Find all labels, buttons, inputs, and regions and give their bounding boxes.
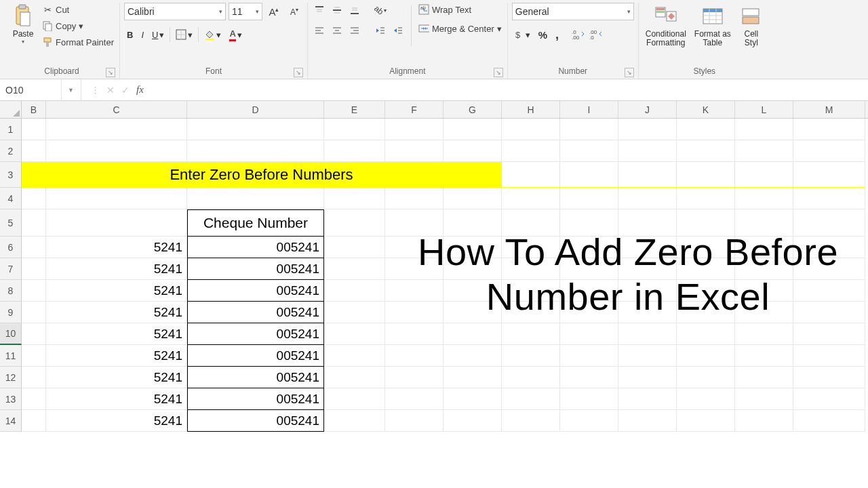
increase-decimal-button[interactable]: .0.00 (571, 27, 586, 42)
cell[interactable] (443, 410, 502, 432)
column-header[interactable]: E (324, 101, 385, 118)
cell[interactable]: 005241 (187, 345, 324, 367)
align-center-button[interactable] (330, 23, 344, 38)
cell[interactable] (22, 280, 46, 302)
cell[interactable] (793, 119, 865, 140)
cell[interactable]: 005241 (187, 280, 324, 302)
cell[interactable] (443, 345, 502, 367)
cell[interactable] (385, 345, 443, 367)
select-all-corner[interactable] (0, 101, 22, 118)
align-right-button[interactable] (347, 23, 362, 38)
row-header[interactable]: 6 (0, 237, 22, 258)
cell-styles-button[interactable]: Cell Styl (736, 3, 766, 49)
cell[interactable] (735, 345, 793, 367)
row-header[interactable]: 14 (0, 410, 22, 432)
format-as-table-button[interactable]: Format as Table (692, 3, 734, 49)
cell[interactable] (560, 188, 618, 209)
cell[interactable] (618, 140, 677, 162)
cell[interactable] (735, 162, 793, 188)
cell[interactable] (443, 119, 502, 140)
cell[interactable] (618, 345, 677, 367)
cell[interactable] (324, 388, 385, 410)
cell[interactable] (677, 345, 735, 367)
cell[interactable] (22, 140, 46, 162)
cell[interactable] (793, 388, 865, 410)
column-header[interactable]: M (793, 101, 865, 118)
percent-button[interactable]: % (536, 26, 550, 43)
cell[interactable] (22, 367, 46, 388)
cell[interactable] (677, 388, 735, 410)
cell[interactable] (385, 410, 443, 432)
cell[interactable]: 5241 (46, 388, 187, 410)
cell[interactable] (502, 188, 560, 209)
cell[interactable] (46, 119, 187, 140)
column-header[interactable]: D (187, 101, 324, 118)
cell[interactable] (502, 410, 560, 432)
cell[interactable] (677, 323, 735, 345)
cell[interactable] (502, 162, 560, 188)
cell[interactable] (618, 410, 677, 432)
decrease-font-button[interactable]: A▾ (285, 3, 303, 20)
row-header[interactable]: 7 (0, 258, 22, 280)
cell[interactable]: 005241 (187, 237, 324, 258)
cell[interactable] (502, 345, 560, 367)
cell[interactable] (22, 410, 46, 432)
font-name-dropdown[interactable]: Calibri ▾ (124, 3, 226, 20)
cell[interactable] (735, 323, 793, 345)
cell[interactable]: 5241 (46, 302, 187, 323)
cell[interactable] (793, 162, 865, 188)
cell[interactable]: 005241 (187, 388, 324, 410)
cell[interactable] (22, 188, 46, 209)
cell[interactable]: 005241 (187, 367, 324, 388)
column-header[interactable]: H (502, 101, 560, 118)
cell[interactable] (46, 140, 187, 162)
cell[interactable] (187, 140, 324, 162)
fill-color-button[interactable]: ▾ (201, 26, 224, 43)
cell[interactable] (735, 188, 793, 209)
bold-button[interactable]: B (124, 26, 136, 43)
cell[interactable] (502, 388, 560, 410)
cell[interactable] (443, 188, 502, 209)
cell[interactable] (324, 209, 385, 237)
row-header[interactable]: 11 (0, 345, 22, 367)
cell[interactable] (46, 209, 187, 237)
cell[interactable] (324, 410, 385, 432)
cell[interactable]: 5241 (46, 280, 187, 302)
decrease-decimal-button[interactable]: .00.0 (589, 27, 604, 42)
column-header[interactable]: I (560, 101, 618, 118)
cell[interactable] (22, 323, 46, 345)
cell[interactable] (324, 323, 385, 345)
cell[interactable] (677, 367, 735, 388)
cell[interactable] (793, 188, 865, 209)
cell[interactable] (324, 237, 385, 258)
align-bottom-button[interactable] (347, 3, 362, 18)
cell[interactable]: 5241 (46, 345, 187, 367)
cell[interactable] (324, 367, 385, 388)
cell[interactable] (324, 258, 385, 280)
underline-button[interactable]: U▾ (149, 26, 167, 43)
cell[interactable] (187, 119, 324, 140)
cell[interactable] (22, 258, 46, 280)
cell[interactable] (187, 188, 324, 209)
row-header[interactable]: 1 (0, 119, 22, 140)
cell[interactable] (324, 119, 385, 140)
cell[interactable] (793, 345, 865, 367)
cell[interactable] (677, 162, 735, 188)
cell[interactable] (618, 188, 677, 209)
cell[interactable] (735, 140, 793, 162)
decrease-indent-button[interactable] (373, 23, 388, 38)
merge-center-button[interactable]: Merge & Center ▾ (417, 22, 503, 35)
cell[interactable] (677, 188, 735, 209)
cell[interactable] (324, 188, 385, 209)
column-header[interactable]: L (735, 101, 793, 118)
cell[interactable] (443, 388, 502, 410)
increase-indent-button[interactable] (391, 23, 406, 38)
dialog-launcher-icon[interactable]: ↘ (106, 68, 115, 77)
cell[interactable] (22, 388, 46, 410)
row-header[interactable]: 5 (0, 209, 22, 237)
row-header[interactable]: 10 (0, 323, 22, 345)
cell[interactable] (735, 119, 793, 140)
cell[interactable] (560, 162, 618, 188)
cell[interactable] (443, 323, 502, 345)
cell[interactable]: 5241 (46, 237, 187, 258)
